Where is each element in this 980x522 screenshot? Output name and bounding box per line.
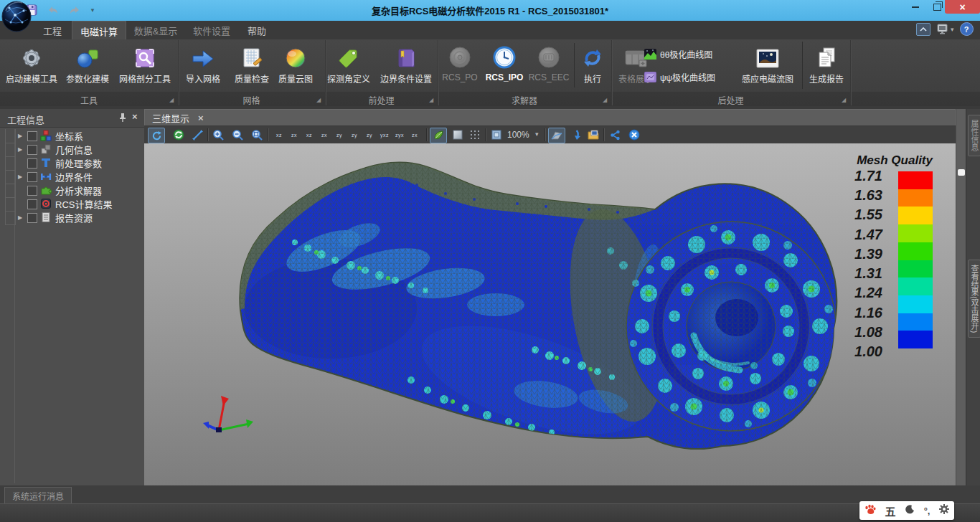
boundary-condition-settings-button[interactable]: 边界条件设置: [377, 41, 435, 85]
redo-button[interactable]: [67, 3, 82, 17]
view-orientation-button[interactable]: xz: [272, 128, 286, 141]
tree-checkbox[interactable]: [27, 213, 37, 223]
tab-property-info[interactable]: 属性信息: [968, 115, 980, 156]
menu-tab-help[interactable]: 帮助: [242, 21, 271, 39]
tree-checkbox[interactable]: [27, 131, 37, 141]
tab-system-messages[interactable]: 系统运行消息: [4, 487, 72, 503]
pan-zoom-button[interactable]: [189, 128, 205, 142]
mesh-quality-legend: Mesh Quality 1.71 1.63 1.55 1.47 1.39 1.…: [825, 148, 940, 360]
group-dialog-launcher[interactable]: ◢: [429, 98, 433, 103]
splitter-thumb[interactable]: [958, 169, 965, 176]
tab-close-icon[interactable]: ×: [198, 113, 204, 123]
view-orientation-button[interactable]: zy: [332, 128, 347, 141]
zoom-level-dropdown[interactable]: ▾: [535, 130, 539, 138]
ime-moon-icon[interactable]: [905, 504, 915, 517]
tree-gutter-cell: [5, 170, 16, 184]
undo-icon: [47, 5, 60, 15]
tree-item-4[interactable]: 分析求解器: [0, 184, 143, 197]
points-mode-button[interactable]: [467, 128, 483, 142]
psi-polarization-curve-button[interactable]: ψψ极化曲线图: [644, 67, 715, 86]
ime-punct-toggle[interactable]: °,: [924, 506, 930, 516]
view-orientation-button[interactable]: yxz: [377, 128, 392, 141]
wireframe-mode-button[interactable]: [450, 128, 466, 142]
share-view-button[interactable]: [607, 128, 623, 142]
zoom-extents-button[interactable]: [249, 128, 265, 142]
share-icon: [610, 130, 621, 141]
import-view-button[interactable]: [568, 128, 584, 142]
collapse-ribbon-button[interactable]: [916, 23, 930, 36]
tab-view-results[interactable]: 查看结果(双击展开): [968, 260, 980, 338]
view-orientation-button[interactable]: zyx: [392, 128, 407, 141]
tree-item-2[interactable]: 前处理参数: [0, 156, 143, 170]
rotate-view-button[interactable]: [148, 128, 165, 143]
generate-report-button[interactable]: 生成报告: [798, 41, 855, 85]
help-button[interactable]: ?: [960, 22, 974, 36]
menu-tab-em-compute[interactable]: 电磁计算: [72, 21, 126, 40]
group-dialog-launcher[interactable]: ◢: [842, 98, 846, 103]
zoom-in-button[interactable]: [210, 128, 226, 142]
menu-tab-data-display[interactable]: 数据&显示: [129, 21, 182, 39]
view-orientation-button[interactable]: zx: [317, 128, 331, 141]
close-view-button[interactable]: [626, 128, 642, 142]
right-splitter[interactable]: [956, 109, 966, 485]
qat-customize-button[interactable]: ▾: [89, 3, 96, 17]
theta-polarization-curve-button[interactable]: θθ极化曲线图: [644, 44, 715, 63]
tree-item-3[interactable]: ▶边界条件: [0, 170, 143, 184]
group-dialog-launcher[interactable]: ◢: [603, 98, 607, 103]
close-button[interactable]: ×: [945, 0, 980, 14]
view-orientation-button[interactable]: zy: [362, 128, 377, 141]
tree-checkbox[interactable]: [27, 186, 37, 196]
ime-logo-paw-icon[interactable]: [864, 504, 876, 518]
induced-current-map-button[interactable]: 感应电磁流图: [738, 41, 798, 85]
view-orientation-button[interactable]: xz: [302, 128, 316, 141]
diagonal-arrow-icon: [192, 130, 203, 141]
display-style-button[interactable]: ▾: [936, 24, 954, 35]
orbit-view-button[interactable]: [171, 128, 187, 142]
tree-checkbox[interactable]: [27, 145, 37, 155]
launch-modeling-tool-button[interactable]: 启动建模工具: [3, 41, 60, 85]
group-dialog-launcher[interactable]: ◢: [316, 98, 321, 103]
expander-icon[interactable]: ▶: [18, 174, 22, 180]
tree-item-6[interactable]: ▶报告资源: [0, 211, 143, 224]
probe-angle-define-button[interactable]: 探测角定义: [320, 41, 377, 85]
zoom-scale-button[interactable]: [489, 128, 504, 142]
document-tab-strip: 三维显示 ×: [144, 109, 956, 127]
tree-item-5[interactable]: RCS计算结果: [0, 197, 143, 211]
close-circle-icon: [628, 129, 640, 141]
restore-button[interactable]: [927, 0, 947, 14]
project-panel-header: 工程信息 ×: [0, 109, 144, 128]
menu-tab-settings[interactable]: 软件设置: [188, 21, 235, 39]
minimize-button[interactable]: [905, 0, 925, 14]
quality-cloud-map-button[interactable]: 质量云图: [267, 41, 324, 85]
expander-icon[interactable]: ▶: [18, 146, 22, 153]
3d-viewport-canvas[interactable]: Mesh Quality 1.71 1.63 1.55 1.47 1.39 1.…: [144, 143, 956, 485]
group-dialog-launcher[interactable]: ◢: [169, 98, 174, 103]
parametric-modeling-button[interactable]: 参数化建模: [59, 41, 116, 85]
ime-settings-gear-icon[interactable]: [939, 504, 949, 517]
section-clip-button[interactable]: [548, 128, 565, 143]
app-logo[interactable]: [1, 1, 32, 32]
tree-item-1[interactable]: ▶几何信息: [0, 143, 143, 156]
tree-checkbox[interactable]: [27, 158, 37, 169]
snapshot-button[interactable]: [585, 128, 601, 142]
view-orientation-button[interactable]: zx: [287, 128, 301, 141]
mesh-partition-tool-button[interactable]: 网格剖分工具: [115, 41, 175, 85]
pin-panel-button[interactable]: [118, 113, 127, 125]
tree-item-0[interactable]: ▶坐标系: [0, 129, 143, 143]
zoom-out-button[interactable]: [230, 128, 245, 142]
close-panel-button[interactable]: ×: [132, 111, 138, 122]
expander-icon[interactable]: ▶: [18, 133, 22, 139]
tree-checkbox[interactable]: [27, 172, 37, 182]
undo-button[interactable]: [46, 3, 60, 17]
zoom-out-icon: [232, 129, 243, 141]
menu-tab-project[interactable]: 工程: [36, 21, 69, 39]
tree-checkbox[interactable]: [27, 199, 37, 209]
tab-3d-display[interactable]: 三维显示 ×: [144, 109, 956, 125]
tree-gutter-cell: [5, 156, 16, 171]
expander-icon[interactable]: ▶: [18, 214, 22, 221]
view-orientation-button[interactable]: zy: [347, 128, 362, 141]
view-orientation-button[interactable]: zx: [407, 128, 422, 141]
zoom-in-icon: [212, 129, 224, 141]
ime-mode-char[interactable]: 五: [885, 503, 896, 518]
shaded-mode-button[interactable]: [430, 128, 447, 143]
